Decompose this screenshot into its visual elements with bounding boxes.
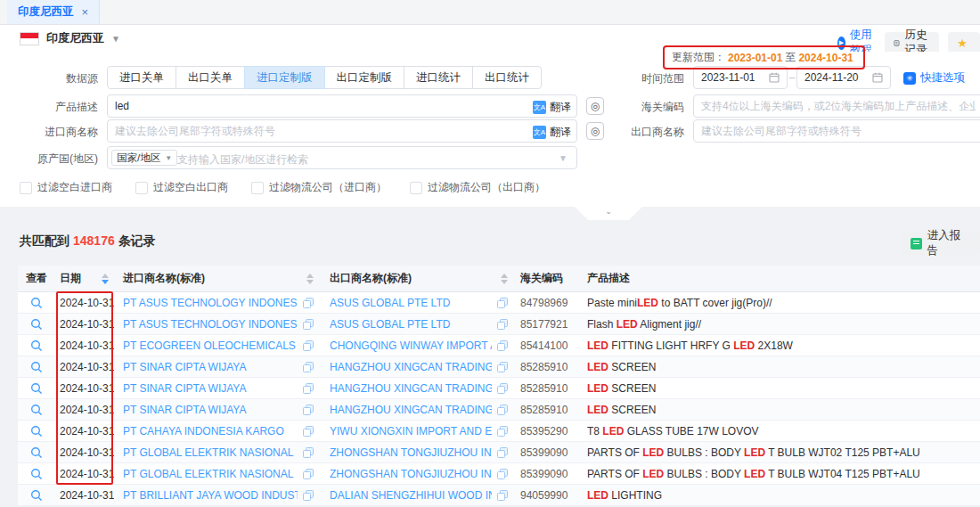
checkbox-filter-blank-importer[interactable]: 过滤空白进口商: [20, 180, 112, 195]
tab-import-custom[interactable]: 进口定制版: [244, 66, 325, 89]
importer-link[interactable]: PT GLOBAL ELEKTRIK NASIONAL: [123, 468, 298, 480]
copy-icon[interactable]: [497, 469, 508, 479]
header-exporter[interactable]: 出口商名称(标准): [321, 271, 515, 286]
view-magnifier-icon[interactable]: [30, 404, 43, 416]
view-magnifier-icon[interactable]: [30, 468, 43, 480]
hs-code-label: 海关编码: [577, 100, 684, 115]
view-magnifier-icon[interactable]: [30, 318, 43, 331]
copy-icon[interactable]: [497, 298, 508, 308]
exporter-link[interactable]: HANGZHOU XINGCAN TRADING CO LTD: [330, 404, 492, 416]
tab-label: 印度尼西亚: [18, 4, 74, 20]
tab-close-icon[interactable]: ×: [82, 5, 89, 19]
checkbox-filter-logistics-importer[interactable]: 过滤物流公司（进口商）: [251, 180, 387, 195]
copy-icon[interactable]: [303, 362, 314, 372]
importer-link[interactable]: PT GLOBAL ELEKTRIK NASIONAL: [123, 446, 298, 459]
translate-button[interactable]: 文A 翻译: [533, 100, 571, 115]
enter-report-button[interactable]: 进入报告: [902, 232, 980, 255]
exporter-link[interactable]: DALIAN SHENGZHIHUI WOOD INDUST...: [330, 489, 492, 502]
exporter-link[interactable]: HANGZHOU XINGCAN TRADING CO LTD: [330, 361, 492, 373]
importer-link[interactable]: PT SINAR CIPTA WIJAYA: [123, 361, 298, 373]
collapse-filter-button[interactable]: ⌄: [575, 207, 642, 220]
favorite-button[interactable]: ★: [948, 32, 980, 54]
product-description-cell: PARTS OF LED BULBS : BODY LED T BULB WJT…: [582, 446, 980, 459]
history-button[interactable]: 历史记录: [885, 32, 939, 54]
view-magnifier-icon[interactable]: [30, 489, 43, 502]
copy-icon[interactable]: [303, 405, 314, 415]
date-to-input[interactable]: 2024-11-20: [796, 66, 891, 89]
copy-icon[interactable]: [497, 447, 508, 458]
origin-country-field[interactable]: 国家/地区 ▼ 支持输入国家/地区进行检索 ▼: [107, 146, 577, 169]
tab-export-declaration[interactable]: 出口关单: [176, 66, 245, 89]
product-description-cell: PARTS OF LED BULBS : BODY LED T BULB WJT…: [582, 468, 980, 480]
checkbox-filter-logistics-exporter[interactable]: 过滤物流公司（出口商）: [410, 180, 545, 195]
view-magnifier-icon[interactable]: [30, 361, 43, 373]
product-desc-input[interactable]: [108, 95, 576, 117]
hs-code-cell: 85285910: [515, 404, 582, 416]
copy-icon[interactable]: [303, 383, 314, 394]
view-cell: [18, 425, 55, 437]
exporter-link[interactable]: HANGZHOU XINGCAN TRADING CO LTD: [330, 382, 492, 395]
table-row: 2024-10-31PT SINAR CIPTA WIJAYAHANGZHOU …: [18, 356, 980, 378]
importer-link[interactable]: PT ECOGREEN OLEOCHEMICALS: [123, 339, 298, 352]
checkbox-icon: [135, 182, 148, 194]
view-magnifier-icon[interactable]: [30, 425, 43, 437]
view-cell: [18, 382, 55, 395]
copy-icon[interactable]: [497, 319, 508, 330]
exporter-cell: HANGZHOU XINGCAN TRADING CO LTD: [321, 361, 515, 373]
filter-panel: 数据源 进口关单 出口关单 进口定制版 出口定制版 进口统计 出口统计 时间范围…: [0, 52, 980, 207]
copy-icon[interactable]: [497, 490, 508, 501]
exporter-link[interactable]: ZHONGSHAN TONGJIUZHOU INTERNA...: [330, 468, 492, 480]
sort-icon-importer[interactable]: [306, 274, 314, 284]
view-magnifier-icon[interactable]: [30, 297, 43, 309]
sort-icon-date[interactable]: [102, 274, 109, 284]
product-description-cell: Flash LED Aligment jig//: [582, 318, 980, 331]
origin-type-select[interactable]: 国家/地区 ▼: [111, 150, 177, 166]
importer-link[interactable]: PT ASUS TECHNOLOGY INDONESIA BA...: [123, 318, 298, 331]
importer-link[interactable]: PT CAHAYA INDONESIA KARGO: [123, 425, 298, 437]
exporter-link[interactable]: ASUS GLOBAL PTE LTD: [330, 297, 492, 309]
copy-icon[interactable]: [303, 298, 314, 308]
copy-icon[interactable]: [303, 426, 314, 437]
copy-icon[interactable]: [497, 340, 508, 351]
importer-link[interactable]: PT BRILLIANT JAYA WOOD INDUSTRY: [123, 489, 298, 502]
copy-icon[interactable]: [497, 426, 508, 437]
copy-icon[interactable]: [303, 469, 314, 479]
product-description-cell: LED SCREEN: [582, 404, 980, 416]
tab-export-statistics[interactable]: 出口统计: [472, 66, 542, 89]
date-from-input[interactable]: 2023-11-01: [693, 66, 788, 89]
copy-icon[interactable]: [303, 447, 314, 458]
tab-indonesia[interactable]: 印度尼西亚 ×: [7, 0, 100, 24]
tab-export-custom[interactable]: 出口定制版: [324, 66, 405, 89]
country-selector[interactable]: 印度尼西亚 ▼: [20, 30, 120, 46]
copy-icon[interactable]: [497, 405, 508, 415]
checkbox-icon: [251, 182, 264, 194]
importer-cell: PT ASUS TECHNOLOGY INDONESIA BA...: [114, 318, 321, 331]
tab-import-statistics[interactable]: 进口统计: [404, 66, 473, 89]
hs-code-input[interactable]: [694, 95, 980, 117]
importer-link[interactable]: PT ASUS TECHNOLOGY INDONESIA BA...: [123, 297, 298, 309]
view-magnifier-icon[interactable]: [30, 339, 43, 352]
tab-import-declaration[interactable]: 进口关单: [107, 66, 176, 89]
view-magnifier-icon[interactable]: [30, 382, 43, 395]
importer-link[interactable]: PT SINAR CIPTA WIJAYA: [123, 382, 298, 395]
exporter-link[interactable]: YIWU XIONGXIN IMPORT AND EXPORT...: [330, 425, 492, 437]
sort-icon-exporter[interactable]: [501, 274, 508, 284]
exporter-link[interactable]: ASUS GLOBAL PTE LTD: [330, 318, 492, 331]
exporter-link[interactable]: CHONGQING WINWAY IMPORT AND E...: [330, 339, 492, 352]
translate-button[interactable]: 文A 翻译: [533, 125, 571, 140]
checkbox-filter-blank-exporter[interactable]: 过滤空白出口商: [135, 180, 228, 195]
exporter-input[interactable]: [694, 120, 980, 142]
view-magnifier-icon[interactable]: [30, 446, 43, 459]
importer-link[interactable]: PT SINAR CIPTA WIJAYA: [123, 404, 298, 416]
importer-input[interactable]: [108, 120, 576, 142]
copy-icon[interactable]: [497, 362, 508, 372]
header-importer[interactable]: 进口商名称(标准): [114, 271, 321, 286]
quick-options-button[interactable]: ✳ 快捷选项: [903, 70, 965, 86]
origin-placeholder: 支持输入国家/地区进行检索: [177, 152, 308, 168]
copy-icon[interactable]: [303, 340, 314, 351]
header-date[interactable]: 日期: [55, 271, 114, 286]
copy-icon[interactable]: [303, 490, 314, 501]
copy-icon[interactable]: [303, 319, 314, 330]
exporter-link[interactable]: ZHONGSHAN TONGJIUZHOU INTERNA...: [330, 446, 492, 459]
copy-icon[interactable]: [497, 383, 508, 394]
